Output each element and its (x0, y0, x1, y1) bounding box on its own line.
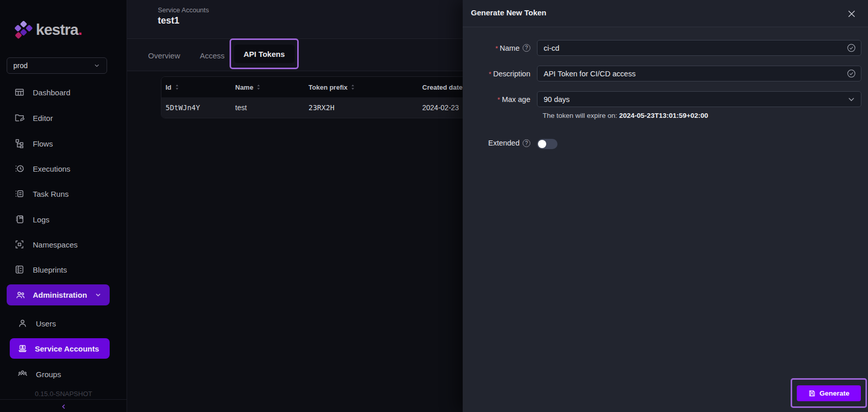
expire-hint: The token will expire on: 2024-05-23T13:… (543, 112, 708, 119)
logs-icon (14, 214, 25, 224)
sidebar-item-label: Service Accounts (35, 344, 99, 353)
sidebar-item-groups[interactable]: Groups (0, 364, 127, 384)
name-input[interactable] (537, 40, 861, 56)
executions-icon (14, 163, 25, 174)
dashboard-icon (14, 87, 25, 97)
sort-icon[interactable] (174, 84, 180, 90)
description-field-row: Description (463, 66, 868, 81)
check-circle-icon (846, 43, 856, 53)
extended-label-text: Extended (488, 139, 520, 147)
editor-icon (14, 113, 25, 123)
save-icon (808, 389, 816, 397)
sidebar-item-administration[interactable]: Administration (7, 284, 110, 305)
column-label: Token prefix (308, 84, 347, 91)
chevron-down-icon (94, 291, 102, 299)
administration-icon (15, 290, 26, 300)
expire-hint-prefix: The token will expire on: (543, 112, 619, 119)
sidebar-item-label: Users (36, 319, 56, 328)
tab-overview[interactable]: Overview (148, 39, 180, 72)
drawer-header: Generate New Token (463, 0, 868, 27)
description-label-text: Description (489, 70, 530, 78)
tab-api-tokens[interactable]: API Tokens (234, 45, 295, 63)
sidebar-item-label: Task Runs (33, 190, 69, 198)
app-version: 0.15.0-SNAPSHOT (0, 390, 127, 398)
token-id-cell[interactable]: 5DtWJn4Y (161, 104, 231, 112)
page-title: test1 (158, 15, 179, 26)
tab-access[interactable]: Access (200, 39, 224, 72)
sidebar-item-label: Blueprints (33, 265, 67, 274)
sidebar-item-dashboard[interactable]: Dashboard (0, 82, 127, 102)
max-age-field-row: Max age 90 days (463, 91, 868, 107)
sidebar-item-label: Editor (33, 114, 53, 122)
token-name-cell: test (231, 104, 304, 112)
column-label: Id (166, 84, 172, 91)
sidebar-item-namespaces[interactable]: Namespaces (0, 234, 127, 255)
sidebar-item-service-accounts[interactable]: Service Accounts (10, 338, 110, 359)
sidebar-item-editor[interactable]: Editor (0, 108, 127, 128)
sidebar-item-executions[interactable]: Executions (0, 158, 127, 179)
service-accounts-icon (17, 343, 28, 354)
sidebar-item-label: Dashboard (33, 88, 70, 97)
sidebar-item-logs[interactable]: Logs (0, 209, 127, 230)
description-label: Description (463, 66, 530, 81)
column-header-name[interactable]: Name (231, 84, 304, 91)
flows-icon (14, 138, 25, 149)
sort-icon[interactable] (256, 84, 261, 90)
sidebar-item-flows[interactable]: Flows (0, 133, 127, 154)
workspace-select-value: prod (13, 61, 28, 70)
sort-icon[interactable] (350, 84, 356, 90)
annotation-rect-generate: Generate (791, 378, 867, 408)
description-input[interactable] (537, 66, 861, 81)
close-icon[interactable] (845, 8, 858, 20)
sidebar-item-users[interactable]: Users (0, 313, 127, 334)
breadcrumb: Service Accounts (158, 6, 209, 14)
annotation-rect-api-tokens: API Tokens (230, 38, 299, 69)
help-icon[interactable] (523, 139, 530, 147)
sidebar-item-label: Administration (33, 291, 87, 299)
column-label: Created date (422, 84, 463, 91)
column-header-token-prefix[interactable]: Token prefix (304, 84, 418, 91)
logo-text: kestra. (36, 21, 82, 38)
help-icon[interactable] (523, 44, 530, 52)
workspace-select[interactable]: prod (7, 57, 107, 74)
drawer-title: Generate New Token (471, 8, 546, 17)
check-circle-icon (846, 69, 856, 78)
kestra-logo: kestra. (14, 19, 82, 40)
namespaces-icon (14, 239, 25, 250)
app-window: kestra. prod Dashboard Editor Flows Exec… (0, 0, 868, 412)
groups-icon (17, 369, 28, 379)
blueprints-icon (14, 264, 25, 275)
name-label-text: Name (495, 44, 520, 52)
max-age-label-text: Max age (498, 95, 530, 104)
sidebar-item-label: Namespaces (33, 240, 78, 249)
sidebar-divider (0, 399, 127, 400)
sidebar: kestra. prod Dashboard Editor Flows Exec… (0, 0, 127, 412)
max-age-select[interactable]: 90 days (537, 91, 861, 107)
sidebar-item-label: Flows (33, 139, 53, 148)
generate-token-drawer: Generate New Token Name Description (463, 0, 868, 412)
sidebar-item-blueprints[interactable]: Blueprints (0, 259, 127, 280)
generate-button[interactable]: Generate (797, 385, 861, 401)
max-age-select-value: 90 days (544, 95, 570, 104)
chevron-down-icon (846, 94, 856, 104)
extended-label: Extended (463, 136, 530, 150)
task-runs-icon (14, 189, 25, 199)
sidebar-collapse-button[interactable] (0, 401, 127, 412)
generate-button-label: Generate (819, 389, 850, 397)
extended-field-row: Extended (463, 136, 868, 150)
sidebar-item-label: Logs (33, 215, 50, 224)
expire-date: 2024-05-23T13:01:59+02:00 (619, 112, 708, 119)
logo-dot: . (78, 21, 81, 38)
max-age-label: Max age (463, 91, 530, 107)
name-field-row: Name (463, 40, 868, 56)
token-prefix-cell: 23RX2H (304, 104, 418, 112)
name-label: Name (463, 40, 530, 56)
chevron-left-icon (60, 403, 68, 410)
extended-toggle[interactable] (537, 139, 557, 149)
kestra-logo-icon (14, 19, 32, 40)
toggle-knob (538, 140, 546, 148)
users-icon (17, 318, 28, 328)
column-label: Name (235, 84, 253, 91)
sidebar-item-task-runs[interactable]: Task Runs (0, 183, 127, 204)
column-header-id[interactable]: Id (161, 84, 231, 91)
